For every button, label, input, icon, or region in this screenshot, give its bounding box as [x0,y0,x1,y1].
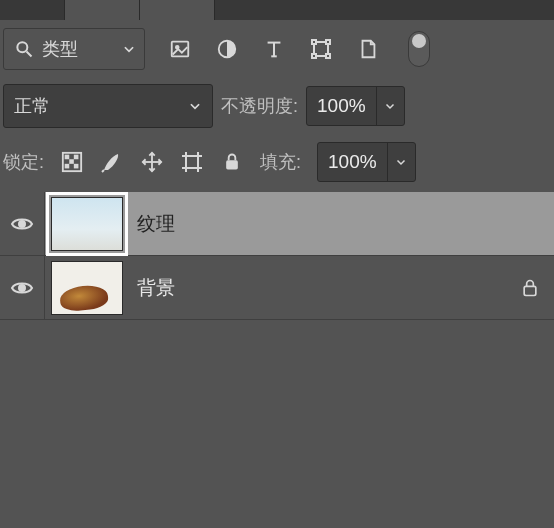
layer-filter-dropdown[interactable]: 类型 [3,28,145,70]
svg-point-0 [17,42,27,52]
opacity-label: 不透明度: [221,94,298,118]
filter-toggle[interactable] [407,37,431,61]
chevron-down-icon [122,42,136,56]
lock-label: 锁定: [3,150,44,174]
opacity-value: 100% [307,95,376,117]
svg-rect-17 [65,164,70,169]
svg-point-27 [19,285,25,291]
opacity-field[interactable]: 100% [306,86,405,126]
chevron-down-icon [188,99,202,113]
fill-value: 100% [318,151,387,173]
lock-icon [520,278,540,298]
layer-thumbnail[interactable] [51,261,123,315]
filter-text-icon[interactable] [262,37,286,61]
svg-point-26 [19,221,25,227]
svg-rect-10 [326,40,330,44]
layer-name: 背景 [137,275,175,301]
svg-rect-14 [65,155,70,160]
filter-adjustment-icon[interactable] [215,37,239,61]
fill-field[interactable]: 100% [317,142,416,182]
svg-line-1 [27,52,32,57]
layer-row[interactable]: 纹理 [0,192,554,256]
blend-mode-value: 正常 [14,94,50,118]
panel-tabs [0,0,554,20]
filter-smartobject-icon[interactable] [356,37,380,61]
svg-rect-12 [326,54,330,58]
lock-transparency-icon[interactable] [60,150,84,174]
lock-paint-icon[interactable] [100,150,124,174]
eye-icon [10,276,34,300]
visibility-toggle[interactable] [0,256,44,319]
svg-rect-25 [226,160,238,169]
layer-name: 纹理 [137,211,175,237]
layer-row[interactable]: 背景 [0,256,554,320]
filter-pixel-icon[interactable] [168,37,192,61]
svg-rect-18 [74,164,79,169]
svg-rect-28 [524,286,536,295]
tab-blank-3[interactable] [140,0,215,20]
svg-rect-11 [312,54,316,58]
filter-label: 类型 [42,37,78,61]
fill-label: 填充: [260,150,301,174]
svg-rect-9 [312,40,316,44]
lock-all-icon[interactable] [220,150,244,174]
lock-artboard-icon[interactable] [180,150,204,174]
blend-row: 正常 不透明度: 100% [0,78,554,136]
layer-thumbnail[interactable] [51,197,123,251]
search-icon [12,37,36,61]
filter-shape-icon[interactable] [309,37,333,61]
tab-blank-1[interactable] [0,0,65,20]
chevron-down-icon[interactable] [376,87,404,125]
filter-row: 类型 [0,20,554,78]
layer-list: 纹理 背景 [0,192,554,320]
svg-rect-16 [69,159,74,164]
svg-rect-15 [74,155,79,160]
tab-blank-2[interactable] [65,0,140,20]
eye-icon [10,212,34,236]
visibility-toggle[interactable] [0,192,44,255]
chevron-down-icon[interactable] [387,143,415,181]
blend-mode-dropdown[interactable]: 正常 [3,84,213,128]
lock-row: 锁定: 填充: 100% [0,136,554,192]
lock-position-icon[interactable] [140,150,164,174]
